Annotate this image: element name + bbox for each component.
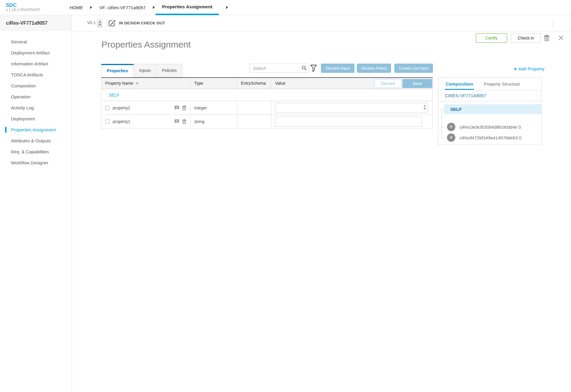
declare-policy-button[interactable]: Declare Policy bbox=[357, 64, 391, 73]
app-screen: SDC v.1.16.2-SNAPSHOT HOME VF: ciRes-VF7… bbox=[0, 0, 571, 392]
version-label: V0.1 bbox=[87, 20, 96, 25]
save-button[interactable]: Save bbox=[402, 79, 432, 88]
plus-icon: + bbox=[514, 66, 517, 72]
number-spinner[interactable] bbox=[423, 103, 427, 113]
spinner-down-icon bbox=[423, 108, 426, 109]
tree-node-label: ciResf472bf349e414578de63 0 bbox=[459, 135, 522, 140]
value-cell bbox=[271, 101, 432, 114]
entry-schema-cell bbox=[237, 101, 271, 114]
tree-node-instance[interactable]: R ciRes3e9cfb3094d8fc00dd4e 0 bbox=[447, 123, 521, 131]
sort-arrow-icon[interactable] bbox=[136, 83, 139, 84]
sidebar-item-properties-assignment[interactable]: Properties Assignment bbox=[0, 124, 72, 135]
value-cell bbox=[271, 115, 432, 128]
sidebar-item-tosca-artifacts[interactable]: TOSCA Artifacts bbox=[0, 69, 72, 80]
search-wrap bbox=[250, 64, 309, 73]
tab-policies[interactable]: Policies bbox=[156, 64, 182, 77]
add-property-label: Add Property bbox=[518, 66, 545, 71]
group-row-self: SELF bbox=[101, 89, 432, 101]
app-logo-text: SDC bbox=[6, 3, 62, 8]
main-tabs: Properties Inputs Policies bbox=[101, 64, 182, 77]
sidebar-item-attributes-outputs[interactable]: Attributes & Outputs bbox=[0, 135, 72, 146]
tree-connector bbox=[442, 109, 442, 138]
composition-root[interactable]: CIRES-VF771A9057 bbox=[438, 90, 541, 101]
composition-tree: SELF R ciRes3e9cfb3094d8fc00dd4e 0 R ciR… bbox=[438, 101, 541, 144]
sidebar-item-activity-log[interactable]: Activity Log bbox=[0, 102, 72, 113]
tab-composition[interactable]: Composition bbox=[445, 81, 474, 90]
close-icon[interactable] bbox=[559, 35, 564, 40]
col-type: Type bbox=[190, 78, 237, 89]
composition-panel-tabs: Composition Property Structure bbox=[438, 78, 541, 90]
add-property-button[interactable]: +Add Property bbox=[514, 66, 545, 72]
tab-property-structure[interactable]: Property Structure bbox=[484, 81, 520, 90]
top-nav: SDC v.1.16.2-SNAPSHOT HOME VF: ciRes-VF7… bbox=[0, 0, 571, 15]
workspace-header: ciRes-VF771a9057 V0.1 IN DESIGN CHECK OU… bbox=[0, 15, 571, 31]
stepper-up-icon bbox=[99, 21, 101, 22]
entity-header: ciRes-VF771a9057 bbox=[0, 15, 72, 31]
lifecycle-status: IN DESIGN CHECK OUT bbox=[119, 21, 165, 25]
sidebar-item-deployment-artifact[interactable]: Deployment Artifact bbox=[0, 47, 72, 58]
table-row: property1 string bbox=[101, 115, 432, 128]
entity-name: ciRes-VF771a9057 bbox=[6, 21, 48, 26]
tree-node-instance[interactable]: R ciResf472bf349e414578de63 0 bbox=[447, 133, 522, 142]
property-type-cell: string bbox=[190, 115, 237, 128]
tree-connector bbox=[442, 127, 444, 127]
stepper-down-icon bbox=[99, 24, 101, 25]
tree-node-label: ciRes3e9cfb3094d8fc00dd4e 0 bbox=[459, 125, 521, 130]
table-header: Property Name Type EntrySchema Value Dis… bbox=[101, 78, 432, 89]
app-logo[interactable]: SDC v.1.16.2-SNAPSHOT bbox=[6, 3, 62, 12]
page-title: Properties Assignment bbox=[101, 40, 191, 50]
version-stepper[interactable] bbox=[97, 19, 102, 27]
breadcrumb-home[interactable]: HOME bbox=[70, 5, 83, 10]
self-group-link[interactable]: SELF bbox=[109, 93, 119, 97]
property-value-input[interactable] bbox=[275, 117, 422, 127]
property-type-cell: integer bbox=[190, 101, 237, 114]
row-checkbox[interactable] bbox=[105, 119, 109, 124]
sidebar-item-deployment[interactable]: Deployment bbox=[0, 113, 72, 124]
tab-properties[interactable]: Properties bbox=[101, 64, 134, 77]
composition-panel: Composition Property Structure CIRES-VF7… bbox=[438, 77, 542, 145]
tree-connector bbox=[442, 138, 444, 138]
delete-row-icon[interactable] bbox=[182, 119, 186, 124]
comment-icon[interactable] bbox=[174, 119, 179, 124]
resource-avatar: R bbox=[447, 123, 455, 131]
sidebar-item-general[interactable]: General bbox=[0, 36, 72, 47]
sidebar-item-operation[interactable]: Operation bbox=[0, 91, 72, 102]
comment-icon[interactable] bbox=[174, 106, 179, 111]
row-checkbox[interactable] bbox=[105, 106, 109, 110]
entry-schema-cell bbox=[237, 115, 271, 128]
create-list-input-button[interactable]: Create List Input bbox=[394, 64, 433, 73]
declare-input-button[interactable]: Declare Input bbox=[321, 64, 354, 73]
property-name-cell: property2 bbox=[101, 101, 190, 114]
row-icons bbox=[174, 119, 186, 124]
delete-row-icon[interactable] bbox=[182, 106, 186, 111]
sidebar: General Deployment Artifact Information … bbox=[0, 31, 72, 392]
sidebar-item-information-artifact[interactable]: Information Artifact bbox=[0, 58, 72, 69]
tree-node-self[interactable]: SELF bbox=[444, 104, 541, 114]
resource-avatar: R bbox=[447, 133, 455, 142]
discard-button[interactable]: Discard bbox=[374, 79, 401, 88]
divider bbox=[106, 19, 106, 28]
certify-button[interactable]: Certify bbox=[476, 33, 507, 43]
breadcrumb-properties-assignment[interactable]: Properties Assignment bbox=[162, 4, 212, 10]
breadcrumb-vf[interactable]: VF: ciRes-VF771a9057 bbox=[99, 5, 146, 10]
divider bbox=[553, 19, 553, 28]
properties-table: Property Name Type EntrySchema Value Dis… bbox=[101, 77, 433, 129]
col-property-name: Property Name bbox=[101, 78, 190, 89]
breadcrumb-active-wrap: Properties Assignment bbox=[156, 0, 219, 15]
delete-icon[interactable] bbox=[544, 34, 550, 41]
property-name-cell: property1 bbox=[101, 115, 190, 128]
check-in-button[interactable]: Check in bbox=[511, 33, 541, 43]
search-input[interactable] bbox=[250, 64, 309, 73]
sidebar-item-req-capabilities[interactable]: Req. & Capabilities bbox=[0, 146, 72, 157]
filter-icon[interactable] bbox=[310, 64, 317, 72]
search-icon bbox=[302, 65, 307, 71]
tab-inputs[interactable]: Inputs bbox=[134, 64, 157, 77]
sidebar-item-workflow-designer[interactable]: Workflow Designer bbox=[0, 157, 72, 168]
property-name: property2 bbox=[113, 106, 130, 110]
col-entry-schema: EntrySchema bbox=[237, 78, 271, 89]
property-name: property1 bbox=[113, 119, 130, 124]
sidebar-item-composition[interactable]: Composition bbox=[0, 80, 72, 91]
property-value-input[interactable] bbox=[275, 103, 428, 113]
chevron-right-icon bbox=[90, 6, 92, 9]
table-row: property2 integer bbox=[101, 101, 432, 115]
